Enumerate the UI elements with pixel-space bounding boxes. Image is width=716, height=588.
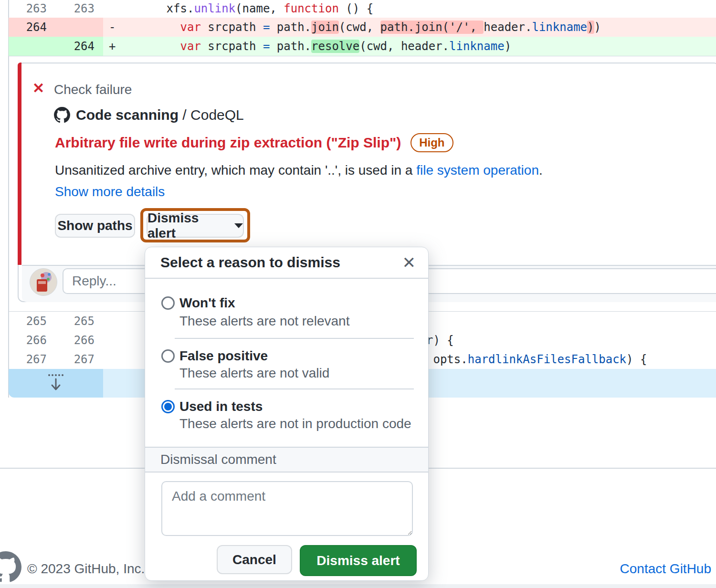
option-label[interactable]: Won't fix <box>179 295 235 311</box>
dismiss-reason-dialog: Select a reason to dismiss ✕ Won't fix T… <box>145 247 429 581</box>
tool-name: Code scanning / CodeQL <box>76 107 244 123</box>
new-line-number: 263 <box>56 0 95 18</box>
file-system-operation-link[interactable]: file system operation <box>416 163 539 178</box>
option-divider <box>175 388 414 389</box>
expand-lines-button[interactable] <box>9 369 103 398</box>
option-label[interactable]: Used in tests <box>179 399 263 415</box>
desc-period: . <box>539 163 543 178</box>
code-line: var srcpath = path.resolve(cwd, header.l… <box>111 37 511 56</box>
alert-title: Arbitrary file write during zip extracti… <box>55 135 401 151</box>
alert-description: Unsanitized archive entry, which may con… <box>55 163 543 178</box>
tool-name-suffix: / CodeQL <box>179 107 244 123</box>
option-label[interactable]: False positive <box>179 348 268 364</box>
expand-down-icon <box>47 373 65 393</box>
radio-used-in-tests[interactable] <box>161 400 175 413</box>
highlight-annotation-box <box>140 208 250 242</box>
option-description: These alerts are not relevant <box>179 313 349 329</box>
dismissal-comment-textarea[interactable] <box>161 481 413 536</box>
dismissal-comment-bar: Dismissal comment <box>145 447 428 472</box>
dismiss-alert-confirm-button[interactable]: Dismiss alert <box>300 545 417 576</box>
copyright-text: © 2023 GitHub, Inc. <box>27 561 145 577</box>
github-mark-icon <box>54 107 70 123</box>
radio-false-positive[interactable] <box>161 349 175 363</box>
diff-row-263: 263 263 xfs.unlink(name, function () { <box>9 0 716 18</box>
dismissal-comment-label: Dismissal comment <box>160 448 276 472</box>
diff-row-264-add: 264 + var srcpath = path.resolve(cwd, he… <box>9 37 716 56</box>
code-line-fragment: r) { <box>426 331 454 350</box>
dialog-title: Select a reason to dismiss <box>160 247 340 278</box>
failure-red-bar <box>18 63 21 265</box>
close-icon[interactable]: ✕ <box>402 253 416 272</box>
radio-wont-fix[interactable] <box>161 296 175 310</box>
old-line-number: 267 <box>9 350 47 369</box>
tool-name-bold: Code scanning <box>76 107 179 123</box>
dialog-header: Select a reason to dismiss ✕ <box>145 247 428 279</box>
option-description: These alerts are not in production code <box>179 416 411 432</box>
code-line: var srcpath = path.join(cwd, path.join('… <box>111 18 601 37</box>
show-paths-button[interactable]: Show paths <box>55 214 135 238</box>
github-footer-logo <box>0 551 21 583</box>
tool-row: Code scanning / CodeQL <box>54 107 244 123</box>
avatar-image <box>30 269 57 295</box>
new-line-number: 265 <box>56 312 95 331</box>
alert-title-row: Arbitrary file write during zip extracti… <box>55 133 453 152</box>
check-status-label: Check failure <box>54 82 132 97</box>
old-line-number: 266 <box>9 331 47 350</box>
old-line-number: 264 <box>9 18 47 37</box>
new-line-number: 264 <box>56 37 95 56</box>
bottom-strip <box>0 584 716 588</box>
old-line-number: 265 <box>9 312 47 331</box>
severity-badge: High <box>411 133 453 152</box>
contact-github-link[interactable]: Contact GitHub <box>616 561 711 577</box>
avatar[interactable] <box>30 268 57 296</box>
new-line-number: 267 <box>56 350 95 369</box>
old-line-number: 263 <box>9 0 47 18</box>
desc-text: Unsanitized archive entry, which may con… <box>55 163 416 178</box>
diff-row-264-del: 264 - var srcpath = path.join(cwd, path.… <box>9 18 716 37</box>
option-description: These alerts are not valid <box>179 365 329 381</box>
failure-x-icon: ✕ <box>32 81 44 95</box>
row-divider <box>9 56 716 56</box>
show-more-details-link[interactable]: Show more details <box>55 184 165 200</box>
code-line: xfs.unlink(name, function () { <box>111 0 373 18</box>
cancel-button[interactable]: Cancel <box>217 545 292 574</box>
page: 263 263 xfs.unlink(name, function () { 2… <box>0 0 716 588</box>
code-line-fragment: opts.hardlinkAsFilesFallback) { <box>426 350 647 369</box>
option-divider <box>175 338 414 339</box>
new-line-number: 266 <box>56 331 95 350</box>
